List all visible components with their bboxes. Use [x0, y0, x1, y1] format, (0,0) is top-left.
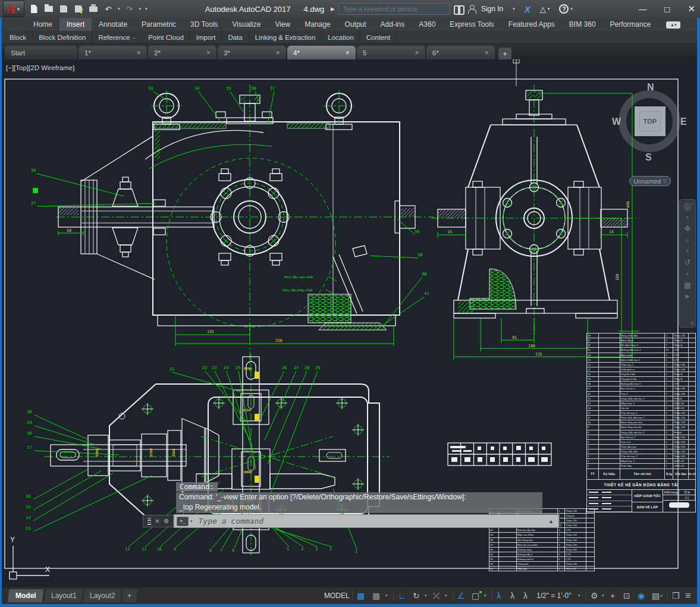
- open-file-icon[interactable]: [43, 4, 54, 14]
- ortho-mode-icon[interactable]: ∟: [398, 587, 406, 604]
- close-icon[interactable]: ✕: [271, 50, 280, 56]
- ribbon-panel-block-definition[interactable]: Block Definition: [33, 31, 92, 44]
- plot-icon[interactable]: [88, 4, 99, 14]
- search-icon[interactable]: [454, 5, 464, 12]
- ribbon-tab-home[interactable]: Home: [26, 18, 59, 31]
- plot-status-icon[interactable]: ▤✔: [652, 587, 664, 604]
- chevron-down-icon[interactable]: ▾: [385, 587, 388, 604]
- ribbon-tab-featured-apps[interactable]: Featured Apps: [501, 18, 562, 31]
- isolate-objects-icon[interactable]: ⊡: [623, 587, 630, 604]
- qat-customize-icon[interactable]: ▾: [145, 7, 147, 11]
- ribbon-panel-data[interactable]: Data: [222, 31, 249, 44]
- chevron-down-icon[interactable]: ▾: [686, 213, 689, 221]
- layout2-tab[interactable]: Layout2: [83, 589, 121, 602]
- ribbon-tab-insert[interactable]: Insert: [59, 18, 92, 31]
- ribbon-panel-content[interactable]: Content: [360, 31, 397, 44]
- ribbon-tab-manage[interactable]: Manage: [297, 18, 337, 31]
- navigation-bar[interactable]: × ◎ ▾ ✥ ⌕ ▾ ↺ ▾ ▦ ▶ ⊖: [679, 199, 696, 328]
- application-menu-button[interactable]: A▼: [3, 1, 24, 17]
- redo-icon[interactable]: ↷: [124, 4, 135, 14]
- grid-display-icon[interactable]: ▦: [357, 587, 365, 604]
- file-tab[interactable]: 1*✕: [79, 46, 147, 59]
- snap-mode-icon[interactable]: ▩: [372, 587, 380, 604]
- ribbon-tab-output[interactable]: Output: [338, 18, 373, 31]
- save-icon[interactable]: [58, 4, 69, 14]
- file-tab[interactable]: 2*✕: [148, 46, 216, 59]
- drawing-area[interactable]: [−][Top][2D Wireframe]: [0, 59, 700, 587]
- search-input[interactable]: [338, 3, 450, 15]
- object-snap-tracking-icon[interactable]: ∠: [457, 587, 465, 604]
- pan-icon[interactable]: ✥: [685, 225, 691, 232]
- status-menu-icon[interactable]: ≡: [685, 587, 690, 604]
- ribbon-panel-import[interactable]: Import: [190, 31, 222, 44]
- zoom-icon[interactable]: ⌕: [685, 236, 689, 244]
- close-icon[interactable]: ✕: [479, 50, 489, 56]
- ribbon-tab-express-tools[interactable]: Express Tools: [442, 18, 501, 31]
- ribbon-tab-3d-tools[interactable]: 3D Tools: [183, 18, 225, 31]
- ribbon-panel-point-cloud[interactable]: Point Cloud: [142, 31, 190, 44]
- drag-handle-icon[interactable]: [147, 518, 151, 525]
- chevron-down-icon[interactable]: ▾: [578, 587, 580, 604]
- chevron-down-icon[interactable]: ▾: [425, 587, 427, 604]
- ribbon-tab-view[interactable]: View: [268, 18, 297, 31]
- viewport-controls[interactable]: [−][Top][2D Wireframe]: [6, 64, 74, 71]
- close-icon[interactable]: ×: [691, 200, 694, 207]
- chevron-down-icon[interactable]: ▾: [445, 587, 447, 604]
- file-tab[interactable]: 6*✕: [426, 46, 495, 59]
- search-collapse-icon[interactable]: ▶: [331, 6, 335, 12]
- space-indicator[interactable]: MODEL: [324, 587, 350, 604]
- command-input[interactable]: >_ ▾ Type a command ▲: [174, 514, 559, 528]
- play-icon[interactable]: ▶: [686, 293, 690, 300]
- layout1-tab[interactable]: Layout1: [45, 589, 83, 602]
- viewcube-north[interactable]: N: [647, 82, 654, 93]
- chevron-down-icon[interactable]: ▾: [602, 587, 604, 604]
- new-drawing-tab-button[interactable]: +: [498, 48, 511, 59]
- customization-icon[interactable]: +: [610, 587, 615, 604]
- viewcube[interactable]: N S W E TOP: [616, 86, 685, 163]
- file-tab-start[interactable]: Start: [5, 46, 77, 59]
- chevron-down-icon[interactable]: ▾: [686, 247, 689, 255]
- ribbon-tab-bim-360[interactable]: BIM 360: [562, 18, 603, 31]
- autoscale-icon[interactable]: λ: [510, 587, 514, 604]
- redo-dropdown-icon[interactable]: ▾: [139, 7, 142, 11]
- undo-dropdown-icon[interactable]: ▾: [118, 7, 120, 11]
- workspace-switching-icon[interactable]: ⚙: [591, 587, 598, 604]
- ribbon-panel-linking-extraction[interactable]: Linking & Extraction: [249, 31, 322, 44]
- navigation-wheel-icon[interactable]: ◎: [683, 202, 692, 210]
- sign-in-link[interactable]: Sign In: [481, 5, 503, 13]
- a360-icon[interactable]: △▾: [540, 5, 550, 14]
- command-prompt-icon[interactable]: >_: [177, 517, 189, 526]
- viewcube-south[interactable]: S: [645, 152, 652, 163]
- chevron-down-icon[interactable]: ▾: [686, 270, 689, 278]
- new-layout-tab[interactable]: +: [122, 589, 137, 602]
- command-expand-icon[interactable]: ▲: [548, 518, 554, 524]
- viewcube-west[interactable]: W: [612, 117, 621, 127]
- annotation-scale-icon[interactable]: λ: [523, 587, 528, 604]
- viewcube-east[interactable]: E: [680, 117, 687, 127]
- viewcube-top-face[interactable]: TOP: [635, 106, 666, 136]
- close-icon[interactable]: ✕: [155, 518, 159, 524]
- close-icon[interactable]: ✕: [340, 50, 350, 56]
- fullscreen-icon[interactable]: ❒: [672, 587, 680, 604]
- orbit-icon[interactable]: ↺: [685, 259, 691, 266]
- file-tab[interactable]: 3*✕: [218, 46, 286, 59]
- maximize-button[interactable]: □: [664, 4, 670, 14]
- isometric-drafting-icon[interactable]: ⤫: [433, 587, 440, 604]
- ribbon-tab-annotate[interactable]: Annotate: [92, 18, 134, 31]
- command-dock-grip[interactable]: ✕ ⚙: [143, 515, 174, 527]
- customize-wrench-icon[interactable]: ⚙: [164, 518, 169, 524]
- ribbon-tab-performance[interactable]: Performance: [603, 18, 658, 31]
- object-snap-icon[interactable]: ▢: [472, 587, 479, 604]
- ribbon-tab-add-ins[interactable]: Add-ins: [373, 18, 412, 31]
- ribbon-panel-location[interactable]: Location: [322, 31, 360, 44]
- collapse-icon[interactable]: ⊖: [690, 319, 694, 327]
- file-tab-active[interactable]: 4*✕: [287, 46, 356, 59]
- chevron-down-icon[interactable]: ▾: [484, 587, 486, 604]
- close-icon[interactable]: ✕: [131, 50, 141, 56]
- ribbon-panel-block[interactable]: Block: [4, 31, 33, 44]
- signin-dropdown-icon[interactable]: ▾: [513, 7, 515, 11]
- recent-commands-icon[interactable]: ▾: [190, 519, 193, 524]
- close-icon[interactable]: ✕: [410, 50, 419, 56]
- ribbon-collapse-button[interactable]: ▲▾: [666, 21, 680, 29]
- ribbon-tab-visualize[interactable]: Visualize: [225, 18, 268, 31]
